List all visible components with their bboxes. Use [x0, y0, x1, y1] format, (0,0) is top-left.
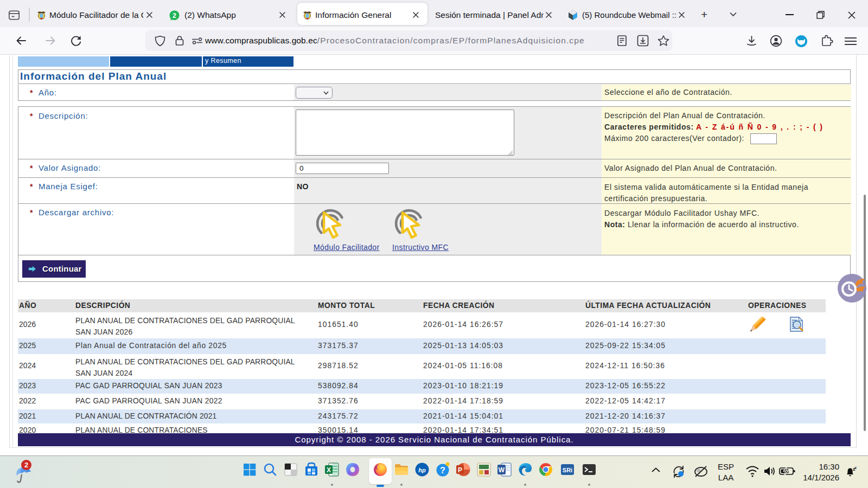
svg-text:z: z: [855, 466, 857, 470]
svg-text:W: W: [499, 466, 505, 474]
svg-text:2: 2: [173, 12, 176, 20]
svg-text:P: P: [458, 466, 462, 474]
svg-text:SRi: SRi: [563, 467, 572, 473]
svg-text:?: ?: [440, 466, 445, 475]
svg-text:X: X: [327, 466, 331, 474]
svg-text:hp: hp: [418, 467, 426, 473]
